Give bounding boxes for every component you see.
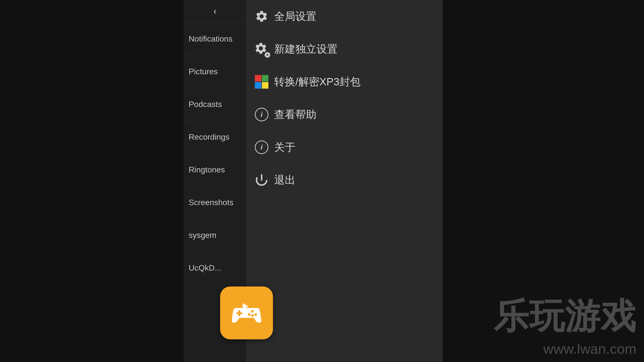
list-item-pictures[interactable]: Pictures (184, 55, 246, 88)
about-info-icon: i (254, 140, 269, 155)
list-item-recordings[interactable]: Recordings (184, 121, 246, 154)
plus-badge: + (265, 52, 270, 58)
help-info-icon: i (254, 107, 269, 122)
menu-label-about: 关于 (274, 140, 295, 154)
svg-point-5 (254, 313, 257, 316)
left-panel (0, 0, 184, 362)
menu-item-global-settings[interactable]: 全局设置 (247, 0, 443, 33)
power-icon (254, 172, 269, 188)
menu-label-new-profile: 新建独立设置 (274, 42, 338, 56)
menu-label-global-settings: 全局设置 (274, 9, 316, 23)
list-item-ucqkd[interactable]: UcQkD... (184, 252, 246, 284)
menu-item-exit[interactable]: 退出 (247, 164, 443, 196)
list-item-podcasts[interactable]: Podcasts (184, 88, 246, 121)
list-item-sysgem[interactable]: sysgem (184, 219, 246, 252)
list-item-screenshots[interactable]: Screenshots (184, 186, 246, 219)
menu-item-new-profile[interactable]: + 新建独立设置 (247, 33, 443, 65)
menu-label-view-help: 查看帮助 (274, 107, 316, 122)
svg-point-7 (248, 313, 250, 316)
menu-item-view-help[interactable]: i 查看帮助 (247, 98, 443, 131)
menu-label-exit: 退出 (274, 173, 295, 187)
list-item-notifications[interactable]: Notifications (184, 23, 246, 55)
watermark-brand: 乐玩游戏 (494, 293, 636, 341)
menu-label-convert-xp3: 转换/解密XP3封包 (274, 75, 360, 89)
context-menu-panel: 全局设置 + 新建独立设置 转换/解密XP3封包 i (247, 0, 443, 362)
back-button[interactable]: ‹ (184, 0, 246, 23)
list-item-ringtones[interactable]: Ringtones (184, 154, 246, 186)
svg-rect-3 (236, 312, 242, 314)
menu-item-about[interactable]: i 关于 (247, 131, 443, 164)
gear-plus-icon: + (254, 42, 269, 57)
svg-point-4 (251, 310, 254, 312)
gear-icon (254, 9, 269, 24)
back-arrow-icon: ‹ (214, 6, 217, 17)
game-launcher-icon[interactable] (220, 286, 273, 339)
watermark-url: www.lwan.com (543, 341, 636, 357)
color-grid-icon (254, 74, 269, 89)
svg-point-6 (251, 314, 254, 317)
menu-item-convert-xp3[interactable]: 转换/解密XP3封包 (247, 65, 443, 98)
